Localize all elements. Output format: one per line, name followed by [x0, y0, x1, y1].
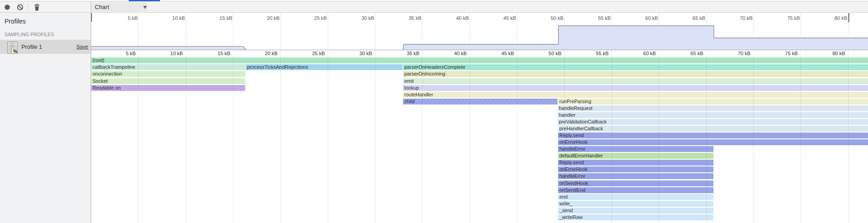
svg-text:%: %	[13, 49, 17, 54]
